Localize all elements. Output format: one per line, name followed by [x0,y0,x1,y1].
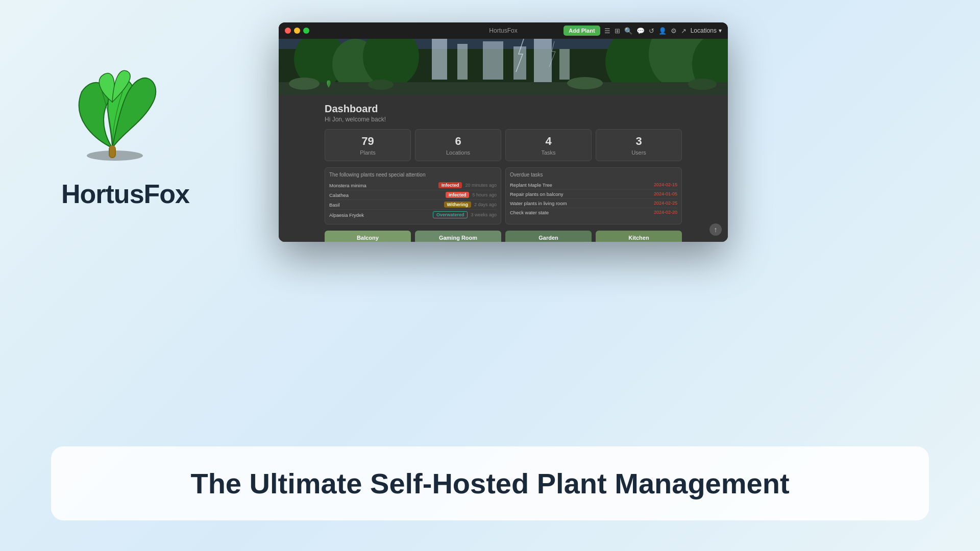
task-name-3: Check water state [510,210,654,215]
stat-plants-number: 79 [330,135,405,148]
plant-status-1: Infected [446,192,470,198]
svg-rect-2 [110,145,115,157]
stat-users-number: 3 [601,135,676,148]
list-icon[interactable]: ☰ [604,27,610,35]
external-icon[interactable]: ↗ [681,27,687,35]
overdue-panel-title: Overdue tasks [510,172,677,178]
task-row-1: Repair plants on balcony 2024-01-05 [510,190,677,199]
svg-point-19 [368,80,394,90]
window-minimize-btn[interactable] [294,28,300,34]
plant-time-0: 20 minutes ago [465,183,497,188]
plant-status-3: Overwatered [433,211,468,218]
svg-rect-6 [457,44,468,80]
app-window: HortusFox Add Plant ☰ ⊞ 🔍 💬 ↺ 👤 ⚙ ↗ Loca… [279,22,728,242]
task-date-3: 2024-02-20 [654,210,677,215]
task-row-0: Replant Maple Tree 2024-02-15 [510,181,677,190]
window-title: HortusFox [489,27,517,34]
stat-plants-label: Plants [330,149,405,156]
task-date-1: 2024-01-05 [654,191,677,197]
task-row-3: Check water state 2024-02-20 [510,208,677,217]
dashboard-content: Dashboard Hi Jon, welcome back! 79 Plant… [279,95,728,242]
location-garden-btn[interactable]: Garden [505,231,592,242]
stat-locations: 6 Locations [415,129,501,161]
task-row-2: Water plants in living room 2024-02-25 [510,199,677,208]
svg-rect-7 [483,41,503,80]
locations-row: Balcony Gaming Room Garden Kitchen [325,231,682,242]
plant-time-2: 2 days ago [474,202,497,207]
search-icon[interactable]: 🔍 [624,27,632,35]
hero-area [279,39,728,95]
location-gaming-btn[interactable]: Gaming Room [415,231,501,242]
forest-scene [279,39,728,95]
plant-row-2: Basil Withering 2 days ago [329,200,497,210]
svg-rect-17 [279,82,728,95]
svg-point-21 [688,79,717,90]
plant-row-0: Monstera minima Infected 20 minutes ago [329,181,497,190]
plant-name-2: Basil [329,202,441,208]
tagline-text: The Ultimate Self-Hosted Plant Managemen… [82,467,898,500]
window-controls [285,28,309,34]
stat-users-label: Users [601,149,676,156]
plant-row-3: Alpaesia Frydek Overwatered 3 weeks ago [329,210,497,220]
scroll-up-btn[interactable]: ↑ [709,223,722,236]
window-close-btn[interactable] [285,28,291,34]
brand-name: HortusFox [61,179,189,209]
plant-status-2: Withering [444,202,471,208]
back-icon[interactable]: ↺ [649,27,654,35]
settings-icon[interactable]: ⚙ [671,27,677,35]
task-name-1: Repair plants on balcony [510,191,654,197]
logo-svg [61,66,163,168]
stat-tasks: 4 Tasks [505,129,592,161]
dashboard-subtitle: Hi Jon, welcome back! [325,116,682,123]
plant-name-3: Alpaesia Frydek [329,212,430,218]
chat-icon[interactable]: 💬 [636,27,645,35]
location-kitchen-btn[interactable]: Kitchen [596,231,682,242]
stat-users: 3 Users [596,129,682,161]
svg-point-20 [567,77,603,89]
locations-label: Locations [691,27,717,34]
locations-dropdown-btn[interactable]: Locations ▾ [691,27,722,34]
window-maximize-btn[interactable] [303,28,309,34]
stat-tasks-number: 4 [511,135,586,148]
plant-status-0: Infected [438,182,462,188]
stat-locations-number: 6 [421,135,496,148]
logo-container [61,66,163,168]
dashboard-title: Dashboard [325,103,682,115]
tagline-card: The Ultimate Self-Hosted Plant Managemen… [51,446,929,520]
user-icon[interactable]: 👤 [658,27,667,35]
task-date-0: 2024-02-15 [654,182,677,188]
plant-name-1: Calathea [329,192,443,198]
dashboard-header: Dashboard Hi Jon, welcome back! [325,103,682,123]
svg-rect-10 [559,49,570,80]
stat-tasks-label: Tasks [511,149,586,156]
attention-panel-title: The following plants need special attent… [329,172,497,178]
titlebar: HortusFox Add Plant ☰ ⊞ 🔍 💬 ↺ 👤 ⚙ ↗ Loca… [279,22,728,39]
stats-row: 79 Plants 6 Locations 4 Tasks 3 Users [325,129,682,161]
location-balcony-btn[interactable]: Balcony [325,231,411,242]
chevron-down-icon: ▾ [719,27,722,34]
grid-icon[interactable]: ⊞ [615,27,620,35]
titlebar-right: Add Plant ☰ ⊞ 🔍 💬 ↺ 👤 ⚙ ↗ Locations ▾ [564,26,722,36]
svg-rect-9 [534,39,552,82]
plant-time-1: 5 hours ago [472,192,497,197]
hero-logo-overlay [324,79,334,91]
stat-plants: 79 Plants [325,129,411,161]
attention-panel: The following plants need special attent… [325,167,501,224]
toolbar-icons: ☰ ⊞ 🔍 💬 ↺ 👤 ⚙ ↗ [604,27,687,35]
task-name-0: Replant Maple Tree [510,182,654,188]
svg-rect-5 [432,39,447,80]
task-date-2: 2024-02-25 [654,201,677,206]
add-plant-button[interactable]: Add Plant [564,26,600,36]
overdue-panel: Overdue tasks Replant Maple Tree 2024-02… [505,167,682,224]
plant-name-0: Monstera minima [329,183,435,188]
two-col-panels: The following plants need special attent… [325,167,682,224]
svg-point-18 [289,78,320,90]
task-name-2: Water plants in living room [510,201,654,206]
plant-row-1: Calathea Infected 5 hours ago [329,190,497,200]
branding-section: HortusFox [61,66,189,209]
stat-locations-label: Locations [421,149,496,156]
plant-time-3: 3 weeks ago [471,212,497,217]
